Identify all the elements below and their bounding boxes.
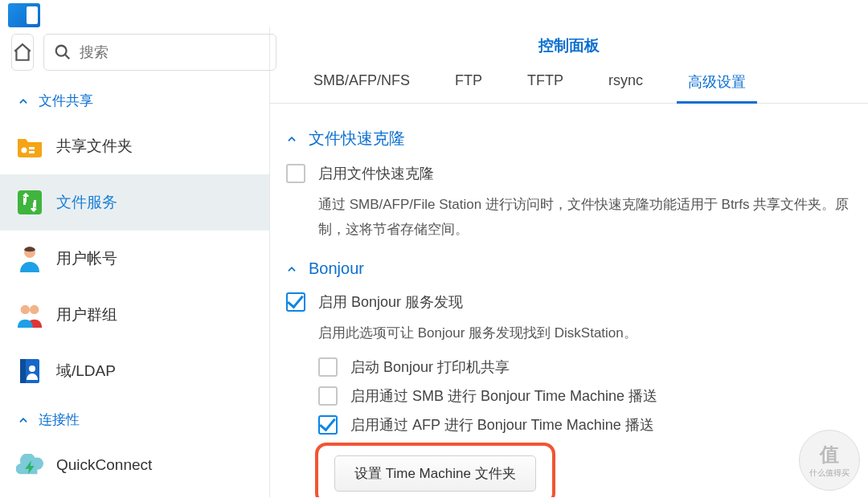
chevron-up-icon: [286, 133, 297, 145]
app-logo-icon: [8, 3, 40, 27]
sidebar-item-label: 用户群组: [56, 304, 117, 325]
row-enable-clone: 启用文件快速克隆: [286, 164, 852, 183]
sidebar-item-domain-ldap[interactable]: 域/LDAP: [0, 343, 269, 399]
home-icon: [12, 42, 33, 63]
search-field[interactable]: [43, 34, 276, 71]
user-icon: [16, 245, 43, 272]
row-bonjour-printer: 启动 Bonjour 打印机共享: [318, 357, 852, 377]
checkbox-bonjour-smb-tm[interactable]: [318, 386, 338, 406]
sidebar-top: [0, 27, 269, 80]
section-file-clone[interactable]: 文件快速克隆: [286, 128, 852, 149]
category-label: 文件共享: [39, 92, 93, 110]
row-bonjour-smb-tm: 启用通过 SMB 进行 Bonjour Time Machine 播送: [318, 386, 852, 406]
checkbox-label: 启用文件快速克隆: [318, 164, 434, 183]
row-bonjour-afp-tm: 启用通过 AFP 进行 Bonjour Time Machine 播送: [318, 415, 852, 435]
sidebar-item-label: 共享文件夹: [56, 136, 133, 157]
tab-tftp[interactable]: TFTP: [505, 61, 586, 103]
watermark-badge: 值 什么值得买: [799, 430, 860, 491]
home-button[interactable]: [11, 34, 34, 71]
checkbox-enable-bonjour[interactable]: [286, 292, 305, 312]
watermark-text: 什么值得买: [809, 467, 850, 479]
file-services-icon: [16, 189, 43, 216]
sidebar-item-label: 文件服务: [56, 192, 117, 213]
svg-point-5: [30, 305, 39, 314]
sidebar-item-file-services[interactable]: 文件服务: [0, 174, 269, 231]
sidebar: 文件共享 共享文件夹 文件服务 用户帐号 用户群组: [0, 27, 270, 497]
page-title: 控制面板: [270, 27, 868, 61]
sidebar-item-label: 用户帐号: [56, 248, 117, 269]
set-time-machine-folder-button[interactable]: 设置 Time Machine 文件夹: [334, 455, 536, 492]
chevron-up-icon: [286, 263, 297, 276]
domain-ldap-icon: [16, 357, 43, 385]
tab-advanced[interactable]: 高级设置: [665, 61, 768, 103]
checkbox-label: 启动 Bonjour 打印机共享: [350, 357, 510, 377]
quickconnect-icon: [16, 451, 43, 479]
bonjour-description: 启用此选项可让 Bonjour 服务发现找到 DiskStation。: [318, 321, 852, 346]
tab-ftp[interactable]: FTP: [432, 61, 505, 103]
chevron-up-icon: [18, 96, 29, 107]
clone-description: 通过 SMB/AFP/File Station 进行访问时，文件快速克隆功能适用…: [318, 193, 852, 242]
tm-folder-highlight: 设置 Time Machine 文件夹: [315, 443, 555, 497]
checkbox-label: 启用通过 AFP 进行 Bonjour Time Machine 播送: [350, 415, 654, 435]
checkbox-label: 启用 Bonjour 服务发现: [318, 292, 463, 312]
category-label: 连接性: [39, 410, 80, 429]
tab-smb-afp-nfs[interactable]: SMB/AFP/NFS: [291, 61, 432, 103]
sidebar-item-group[interactable]: 用户群组: [0, 287, 269, 343]
watermark-char: 值: [820, 442, 839, 467]
checkbox-bonjour-printer[interactable]: [318, 357, 338, 377]
section-title: 文件快速克隆: [309, 128, 405, 149]
settings-pane: 文件快速克隆 启用文件快速克隆 通过 SMB/AFP/File Station …: [270, 104, 868, 497]
search-input[interactable]: [80, 44, 266, 61]
svg-line-1: [65, 55, 70, 59]
svg-point-6: [21, 305, 30, 314]
svg-rect-3: [18, 190, 42, 214]
section-title: Bonjour: [309, 259, 364, 278]
section-bonjour[interactable]: Bonjour: [286, 259, 852, 278]
svg-point-0: [56, 46, 67, 56]
checkbox-bonjour-afp-tm[interactable]: [318, 415, 338, 435]
svg-point-9: [29, 365, 35, 372]
svg-rect-8: [20, 359, 26, 383]
sidebar-item-user[interactable]: 用户帐号: [0, 231, 269, 287]
checkbox-enable-clone[interactable]: [286, 164, 305, 183]
tab-rsync[interactable]: rsync: [586, 61, 665, 103]
shared-folder-icon: [16, 133, 43, 160]
group-icon: [16, 301, 43, 329]
sidebar-item-quickconnect[interactable]: QuickConnect: [0, 437, 269, 493]
row-enable-bonjour: 启用 Bonjour 服务发现: [286, 292, 852, 312]
svg-point-2: [22, 148, 27, 153]
category-file-sharing[interactable]: 文件共享: [0, 80, 269, 118]
tab-bar: SMB/AFP/NFS FTP TFTP rsync 高级设置: [270, 61, 868, 104]
sidebar-item-label: QuickConnect: [56, 456, 152, 474]
sidebar-item-shared-folder[interactable]: 共享文件夹: [0, 118, 269, 174]
sidebar-item-label: 域/LDAP: [56, 361, 116, 382]
category-connectivity[interactable]: 连接性: [0, 399, 269, 437]
chevron-up-icon: [18, 414, 29, 426]
checkbox-label: 启用通过 SMB 进行 Bonjour Time Machine 播送: [350, 386, 657, 406]
control-panel-window: 文件共享 共享文件夹 文件服务 用户帐号 用户群组: [0, 27, 868, 497]
main-panel: 控制面板 SMB/AFP/NFS FTP TFTP rsync 高级设置 文件快…: [270, 27, 868, 497]
search-icon: [54, 43, 72, 61]
